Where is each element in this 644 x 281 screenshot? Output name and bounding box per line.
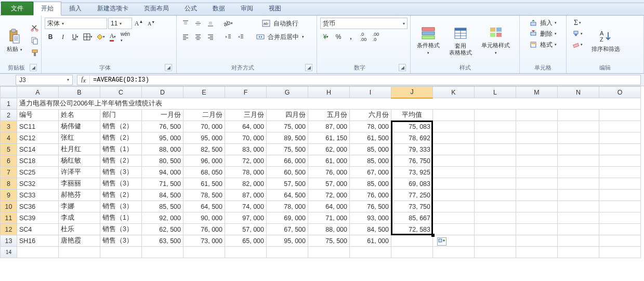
col-header-N[interactable]: N xyxy=(558,87,599,98)
font-color-button[interactable]: A▾ xyxy=(107,31,119,43)
cell-3-5[interactable]: 64, 000 xyxy=(225,121,267,132)
cell-empty[interactable] xyxy=(558,110,599,121)
cell-3-2[interactable]: 销售（2） xyxy=(100,121,142,132)
cell-3-8[interactable]: 78, 000 xyxy=(350,121,391,132)
cell-empty[interactable] xyxy=(475,167,516,178)
cell-empty[interactable] xyxy=(59,247,100,258)
cell-11-3[interactable]: 92, 000 xyxy=(142,212,183,224)
cell-6-1[interactable]: 杨红敏 xyxy=(59,155,100,167)
cell-empty[interactable] xyxy=(599,110,641,121)
cell-empty[interactable] xyxy=(599,155,641,167)
cell-empty[interactable] xyxy=(516,110,558,121)
cell-12-3[interactable]: 62, 500 xyxy=(142,224,183,235)
cell-6-0[interactable]: SC18 xyxy=(17,155,59,167)
cell-11-0[interactable]: SC39 xyxy=(17,212,59,224)
row-header-3[interactable]: 3 xyxy=(1,121,17,132)
cell-empty[interactable] xyxy=(183,247,225,258)
col-header-L[interactable]: L xyxy=(475,87,516,98)
bold-button[interactable]: B xyxy=(45,31,56,43)
worksheet[interactable]: ABCDEFGHIJKLMNO1通力电器有限公司2006年上半年销售业绩统计表2… xyxy=(0,86,644,258)
increase-indent-button[interactable] xyxy=(235,31,246,43)
cell-empty[interactable] xyxy=(558,201,599,212)
format-as-table-button[interactable]: 套用 表格格式 xyxy=(446,18,475,63)
phonetic-button[interactable]: wén▾ xyxy=(120,31,131,43)
cell-5-7[interactable]: 62, 000 xyxy=(308,144,350,155)
cell-empty[interactable] xyxy=(433,190,475,201)
col-header-G[interactable]: G xyxy=(267,87,308,98)
cell-7-8[interactable]: 67, 000 xyxy=(350,167,391,178)
cell-10-6[interactable]: 78, 000 xyxy=(267,201,308,212)
cell-3-7[interactable]: 87, 000 xyxy=(308,121,350,132)
cell-empty[interactable] xyxy=(433,247,475,258)
row-header-11[interactable]: 11 xyxy=(1,212,17,224)
cell-empty[interactable] xyxy=(516,235,558,247)
cell-hdr-1[interactable]: 姓名 xyxy=(59,110,100,121)
cell-6-9[interactable]: 76, 750 xyxy=(391,155,433,167)
cell-empty[interactable] xyxy=(558,190,599,201)
col-header-J[interactable]: J xyxy=(391,87,433,98)
cell-empty[interactable] xyxy=(475,178,516,190)
row-header-9[interactable]: 9 xyxy=(1,190,17,201)
italic-button[interactable]: I xyxy=(57,31,69,43)
cell-12-8[interactable]: 84, 500 xyxy=(350,224,391,235)
cell-3-9[interactable]: 75, 083 xyxy=(391,121,433,132)
cell-8-9[interactable]: 69, 083 xyxy=(391,178,433,190)
cell-empty[interactable] xyxy=(516,212,558,224)
cell-empty[interactable] xyxy=(516,121,558,132)
cell-11-7[interactable]: 71, 000 xyxy=(308,212,350,224)
cell-8-7[interactable]: 57, 000 xyxy=(308,178,350,190)
cell-3-6[interactable]: 75, 000 xyxy=(267,121,308,132)
cell-empty[interactable] xyxy=(599,247,641,258)
cell-10-7[interactable]: 64, 000 xyxy=(308,201,350,212)
cell-10-0[interactable]: SC36 xyxy=(17,201,59,212)
name-box-dropdown[interactable]: ▾ xyxy=(67,77,69,82)
cell-11-9[interactable]: 85, 667 xyxy=(391,212,433,224)
fill-color-button[interactable]: ▾ xyxy=(95,31,106,43)
cell-8-2[interactable]: 销售（3） xyxy=(100,178,142,190)
cell-12-1[interactable]: 杜乐 xyxy=(59,224,100,235)
cell-empty[interactable] xyxy=(433,178,475,190)
cell-7-1[interactable]: 许泽平 xyxy=(59,167,100,178)
cell-7-4[interactable]: 68, 050 xyxy=(183,167,225,178)
cell-8-0[interactable]: SC32 xyxy=(17,178,59,190)
cell-empty[interactable] xyxy=(558,247,599,258)
col-header-K[interactable]: K xyxy=(433,87,475,98)
cell-9-8[interactable]: 76, 000 xyxy=(350,190,391,201)
row-header-13[interactable]: 13 xyxy=(1,235,17,247)
cell-empty[interactable] xyxy=(433,212,475,224)
cell-empty[interactable] xyxy=(475,235,516,247)
row-header-4[interactable]: 4 xyxy=(1,132,17,144)
cell-7-3[interactable]: 94, 000 xyxy=(142,167,183,178)
tab-3[interactable]: 页面布局 xyxy=(136,2,177,16)
align-top-button[interactable] xyxy=(180,18,191,29)
cell-9-3[interactable]: 84, 500 xyxy=(142,190,183,201)
col-header-B[interactable]: B xyxy=(59,87,100,98)
align-center-button[interactable] xyxy=(192,31,204,43)
border-button[interactable]: ▾ xyxy=(82,31,94,43)
cell-9-7[interactable]: 72, 000 xyxy=(308,190,350,201)
cell-13-6[interactable]: 95, 000 xyxy=(267,235,308,247)
cell-empty[interactable] xyxy=(516,201,558,212)
autofill-options-button[interactable] xyxy=(437,237,446,246)
fill-button[interactable]: ▾ xyxy=(570,29,585,39)
underline-button[interactable]: U▾ xyxy=(70,31,81,43)
cell-empty[interactable] xyxy=(142,247,183,258)
cell-empty[interactable] xyxy=(475,224,516,235)
cell-10-1[interactable]: 李娜 xyxy=(59,201,100,212)
cell-12-6[interactable]: 67, 500 xyxy=(267,224,308,235)
shrink-font-button[interactable]: A▼ xyxy=(146,18,157,29)
insert-cells-button[interactable]: 插入▾ xyxy=(523,18,563,28)
cell-7-7[interactable]: 76, 000 xyxy=(308,167,350,178)
cell-13-5[interactable]: 65, 000 xyxy=(225,235,267,247)
cell-7-9[interactable]: 73, 925 xyxy=(391,167,433,178)
cell-9-9[interactable]: 77, 250 xyxy=(391,190,433,201)
cell-empty[interactable] xyxy=(516,178,558,190)
cell-empty[interactable] xyxy=(225,247,267,258)
tab-6[interactable]: 审阅 xyxy=(233,2,261,16)
cell-empty[interactable] xyxy=(599,121,641,132)
col-header-O[interactable]: O xyxy=(599,87,641,98)
col-header-C[interactable]: C xyxy=(100,87,142,98)
cell-hdr-6[interactable]: 四月份 xyxy=(267,110,308,121)
sort-filter-button[interactable]: AZ 排序和筛选 xyxy=(588,18,623,63)
cell-empty[interactable] xyxy=(433,132,475,144)
